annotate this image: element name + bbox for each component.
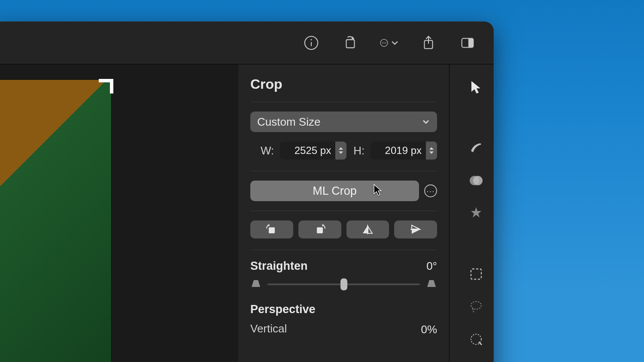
svg-point-7 [385, 42, 386, 43]
style-tool-icon[interactable] [468, 141, 484, 155]
rotate-icon[interactable] [340, 33, 360, 53]
magic-select-tool-icon[interactable] [468, 332, 484, 347]
lasso-tool-icon[interactable] [468, 299, 484, 314]
image-preview[interactable] [0, 79, 112, 362]
perspective-vertical-value: 0% [421, 323, 437, 336]
size-mode-dropdown[interactable]: Custom Size [250, 112, 437, 132]
perspective-label: Perspective [250, 303, 449, 316]
ml-crop-more-icon[interactable]: ··· [424, 184, 437, 197]
svg-point-5 [382, 42, 383, 43]
dimension-row: W: 2525 px H: 2019 px [250, 142, 437, 160]
arrow-tool-icon[interactable] [468, 80, 484, 94]
title-toolbar [0, 21, 494, 64]
selection-tool-icon[interactable] [468, 267, 484, 281]
size-mode-value: Custom Size [257, 115, 320, 129]
rotate-right-button[interactable] [298, 220, 341, 238]
width-value[interactable]: 2525 px [280, 142, 335, 160]
flip-vertical-button[interactable] [394, 220, 437, 238]
chevron-down-icon [422, 118, 430, 126]
svg-point-19 [471, 302, 481, 309]
perspective-vertical-label: Vertical [250, 322, 287, 335]
crop-handle-top-right[interactable] [99, 79, 113, 94]
divider [250, 211, 437, 211]
height-field[interactable]: 2019 px [371, 142, 437, 160]
rotate-left-button[interactable] [250, 220, 293, 238]
more-icon[interactable] [380, 33, 399, 53]
slider-knob[interactable] [340, 278, 347, 290]
svg-rect-12 [269, 227, 275, 233]
width-label: W: [250, 144, 276, 157]
share-icon[interactable] [419, 33, 438, 53]
width-field[interactable]: 2525 px [280, 142, 346, 160]
height-label: H: [351, 144, 366, 157]
app-window: Crop Custom Size W: 2525 px H: 2019 px [0, 21, 494, 362]
straighten-value: 0° [426, 259, 437, 273]
height-stepper[interactable] [426, 142, 437, 160]
straighten-label: Straighten [250, 259, 308, 273]
svg-rect-3 [346, 39, 355, 48]
effects-tool-icon[interactable] [468, 206, 484, 220]
divider [250, 250, 437, 250]
rotate-ccw-icon[interactable] [250, 279, 261, 290]
ml-crop-button[interactable]: ML Crop [250, 181, 419, 201]
canvas-area[interactable] [0, 64, 238, 362]
rotate-cw-icon[interactable] [426, 279, 437, 290]
svg-point-2 [310, 39, 312, 40]
flip-horizontal-button[interactable] [346, 220, 389, 238]
width-stepper[interactable] [335, 142, 346, 160]
divider [250, 102, 437, 102]
panel-title: Crop [250, 76, 449, 92]
crop-panel: Crop Custom Size W: 2525 px H: 2019 px [238, 64, 450, 362]
tool-rail [459, 64, 494, 362]
svg-rect-13 [317, 227, 323, 233]
toggle-sidebar-icon[interactable] [458, 33, 477, 53]
svg-rect-11 [468, 38, 473, 47]
svg-rect-18 [471, 269, 481, 279]
svg-point-6 [383, 42, 384, 43]
info-icon[interactable] [301, 33, 321, 53]
straighten-track[interactable] [267, 284, 420, 285]
color-adjust-tool-icon[interactable] [468, 173, 484, 188]
divider [250, 171, 437, 171]
transform-row [250, 220, 437, 238]
svg-point-17 [473, 176, 483, 185]
ml-crop-label: ML Crop [313, 184, 357, 198]
straighten-slider[interactable] [250, 279, 437, 290]
height-value[interactable]: 2019 px [371, 142, 426, 160]
